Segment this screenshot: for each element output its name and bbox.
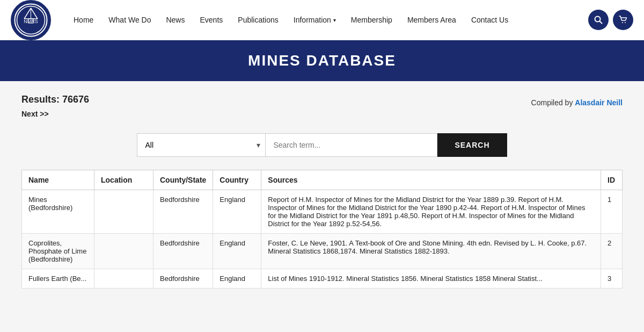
results-row: Results: 76676 Next >> Compiled by Alasd… (21, 94, 623, 131)
search-select-wrap: All Name Location County/State Country ▾ (137, 133, 266, 157)
nav-home[interactable]: Home (67, 11, 100, 28)
search-category-select[interactable]: All Name Location County/State Country (137, 133, 266, 157)
cell-id: 3 (601, 269, 623, 288)
main-content: Results: 76676 Next >> Compiled by Alasd… (0, 81, 644, 323)
cart-icon (619, 16, 627, 24)
col-header-country: Country (213, 170, 261, 190)
cell-name: Coprolites, Phosphate of Lime (Bedfordsh… (22, 234, 94, 269)
compiled-by: Compiled by Alasdair Neill (531, 98, 623, 107)
table-header-row: Name Location County/State Country Sourc… (22, 170, 623, 190)
table-row: Coprolites, Phosphate of Lime (Bedfordsh… (22, 234, 623, 269)
cell-location (94, 190, 153, 234)
results-count: Results: 76676 (21, 94, 89, 105)
nav-events[interactable]: Events (193, 11, 229, 28)
cell-county: Bedfordshire (153, 234, 213, 269)
nav-members-area[interactable]: Members Area (401, 11, 463, 28)
nav-contact-us[interactable]: Contact Us (465, 11, 515, 28)
cell-county: Bedfordshire (153, 190, 213, 234)
main-nav: Home What We Do News Events Publications… (67, 11, 583, 28)
next-link[interactable]: Next >> (21, 110, 49, 118)
cell-name: Fullers Earth (Be... (22, 269, 94, 288)
nav-publications[interactable]: Publications (231, 11, 285, 28)
search-term-input[interactable] (266, 133, 437, 157)
site-header: NMRS Home What We Do News Events Publica… (0, 0, 644, 40)
results-table: Name Location County/State Country Sourc… (21, 170, 623, 288)
nav-news[interactable]: News (159, 11, 191, 28)
cell-country: England (213, 269, 261, 288)
svg-point-11 (625, 22, 626, 23)
table-row: Fullers Earth (Be... Bedfordshire Englan… (22, 269, 623, 288)
compiled-by-author[interactable]: Alasdair Neill (575, 98, 623, 107)
svg-line-9 (600, 21, 602, 24)
cell-sources: Report of H.M. Inspector of Mines for th… (261, 190, 601, 234)
information-dropdown-arrow: ▾ (333, 17, 336, 23)
header-icon-group (588, 10, 633, 30)
cart-icon-button[interactable] (613, 10, 633, 30)
nav-membership[interactable]: Membership (345, 11, 399, 28)
col-header-id: ID (601, 170, 623, 190)
search-button[interactable]: SEARCH (437, 133, 507, 157)
cell-country: England (213, 190, 261, 234)
col-header-location: Location (94, 170, 153, 190)
cell-name: Mines (Bedfordshire) (22, 190, 94, 234)
col-header-sources: Sources (261, 170, 601, 190)
page-title: MINES DATABASE (0, 52, 644, 69)
cell-sources: Foster, C. Le Neve, 1901. A Text-book of… (261, 234, 601, 269)
search-icon-button[interactable] (588, 10, 609, 30)
nav-information[interactable]: Information ▾ (287, 11, 342, 28)
search-bar: All Name Location County/State Country ▾… (21, 133, 623, 157)
logo[interactable]: NMRS (11, 0, 51, 40)
col-header-county: County/State (153, 170, 213, 190)
cell-location (94, 269, 153, 288)
svg-point-10 (622, 22, 623, 23)
page-banner: MINES DATABASE (0, 40, 644, 81)
cell-location (94, 234, 153, 269)
search-icon (594, 16, 603, 24)
cell-id: 2 (601, 234, 623, 269)
cell-id: 1 (601, 190, 623, 234)
nav-what-we-do[interactable]: What We Do (102, 11, 157, 28)
table-row: Mines (Bedfordshire) Bedfordshire Englan… (22, 190, 623, 234)
cell-country: England (213, 234, 261, 269)
cell-sources: List of Mines 1910-1912. Mineral Statist… (261, 269, 601, 288)
cell-county: Bedfordshire (153, 269, 213, 288)
compiled-by-label: Compiled by (531, 98, 575, 107)
col-header-name: Name (22, 170, 94, 190)
